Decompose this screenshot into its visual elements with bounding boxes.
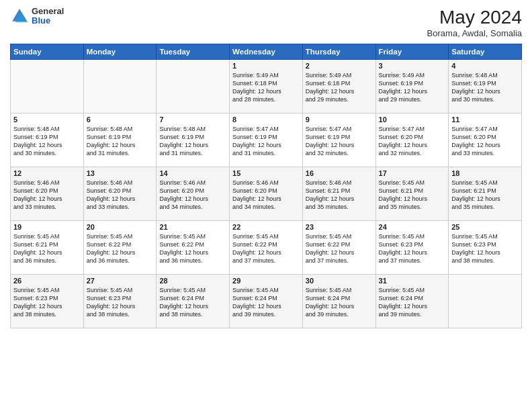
day-number: 2 xyxy=(306,62,373,70)
day-number: 30 xyxy=(306,277,373,285)
calendar-cell: 16Sunrise: 5:46 AM Sunset: 6:21 PM Dayli… xyxy=(302,167,375,221)
day-info: Sunrise: 5:49 AM Sunset: 6:18 PM Dayligh… xyxy=(232,71,300,104)
calendar-table: SundayMondayTuesdayWednesdayThursdayFrid… xyxy=(10,44,522,328)
calendar-cell: 9Sunrise: 5:47 AM Sunset: 6:19 PM Daylig… xyxy=(302,113,375,167)
day-number: 26 xyxy=(13,277,81,285)
calendar-cell: 22Sunrise: 5:45 AM Sunset: 6:22 PM Dayli… xyxy=(230,221,303,275)
day-info: Sunrise: 5:46 AM Sunset: 6:20 PM Dayligh… xyxy=(232,179,300,212)
day-info: Sunrise: 5:45 AM Sunset: 6:23 PM Dayligh… xyxy=(451,232,519,265)
day-number: 31 xyxy=(379,277,446,285)
calendar-cell: 5Sunrise: 5:48 AM Sunset: 6:19 PM Daylig… xyxy=(11,113,84,167)
calendar-cell: 28Sunrise: 5:45 AM Sunset: 6:24 PM Dayli… xyxy=(157,275,230,328)
header-saturday: Saturday xyxy=(449,44,522,60)
page-header: General Blue May 2024 Borama, Awdal, Som… xyxy=(10,7,522,38)
day-info: Sunrise: 5:46 AM Sunset: 6:20 PM Dayligh… xyxy=(87,179,154,212)
day-info: Sunrise: 5:48 AM Sunset: 6:19 PM Dayligh… xyxy=(13,125,81,158)
day-number: 14 xyxy=(159,169,226,177)
day-info: Sunrise: 5:46 AM Sunset: 6:20 PM Dayligh… xyxy=(159,179,226,212)
day-info: Sunrise: 5:45 AM Sunset: 6:24 PM Dayligh… xyxy=(306,286,373,319)
calendar-cell: 19Sunrise: 5:45 AM Sunset: 6:21 PM Dayli… xyxy=(11,221,84,275)
day-number: 3 xyxy=(379,62,446,70)
calendar-week-row: 12Sunrise: 5:46 AM Sunset: 6:20 PM Dayli… xyxy=(11,167,522,221)
day-number: 11 xyxy=(451,116,519,124)
calendar-cell: 26Sunrise: 5:45 AM Sunset: 6:23 PM Dayli… xyxy=(11,275,84,328)
header-thursday: Thursday xyxy=(302,44,375,60)
calendar-cell: 8Sunrise: 5:47 AM Sunset: 6:19 PM Daylig… xyxy=(230,113,303,167)
day-number: 29 xyxy=(232,277,300,285)
calendar-week-row: 19Sunrise: 5:45 AM Sunset: 6:21 PM Dayli… xyxy=(11,221,522,275)
day-info: Sunrise: 5:45 AM Sunset: 6:22 PM Dayligh… xyxy=(87,232,154,265)
day-number: 12 xyxy=(13,169,81,177)
title-block: May 2024 Borama, Awdal, Somalia xyxy=(427,7,522,38)
day-info: Sunrise: 5:45 AM Sunset: 6:24 PM Dayligh… xyxy=(232,286,300,319)
day-number: 5 xyxy=(13,116,81,124)
calendar-cell: 6Sunrise: 5:48 AM Sunset: 6:19 PM Daylig… xyxy=(83,113,157,167)
calendar-cell: 18Sunrise: 5:45 AM Sunset: 6:21 PM Dayli… xyxy=(449,167,522,221)
day-number: 16 xyxy=(306,169,373,177)
calendar-cell: 13Sunrise: 5:46 AM Sunset: 6:20 PM Dayli… xyxy=(83,167,157,221)
day-info: Sunrise: 5:47 AM Sunset: 6:20 PM Dayligh… xyxy=(379,125,446,158)
logo-icon xyxy=(10,7,29,26)
day-info: Sunrise: 5:45 AM Sunset: 6:24 PM Dayligh… xyxy=(159,286,226,319)
day-number: 4 xyxy=(451,62,519,70)
calendar-cell: 30Sunrise: 5:45 AM Sunset: 6:24 PM Dayli… xyxy=(302,275,375,328)
calendar-cell: 23Sunrise: 5:45 AM Sunset: 6:22 PM Dayli… xyxy=(302,221,375,275)
day-number: 28 xyxy=(159,277,226,285)
calendar-header-row: SundayMondayTuesdayWednesdayThursdayFrid… xyxy=(11,44,522,60)
header-sunday: Sunday xyxy=(11,44,84,60)
day-number: 10 xyxy=(379,116,446,124)
day-number: 6 xyxy=(87,116,154,124)
day-info: Sunrise: 5:45 AM Sunset: 6:23 PM Dayligh… xyxy=(379,232,446,265)
calendar-cell xyxy=(157,60,230,113)
day-number: 20 xyxy=(87,223,154,231)
day-info: Sunrise: 5:49 AM Sunset: 6:18 PM Dayligh… xyxy=(306,71,373,104)
calendar-cell: 11Sunrise: 5:47 AM Sunset: 6:20 PM Dayli… xyxy=(449,113,522,167)
day-info: Sunrise: 5:47 AM Sunset: 6:19 PM Dayligh… xyxy=(306,125,373,158)
day-info: Sunrise: 5:45 AM Sunset: 6:24 PM Dayligh… xyxy=(379,286,446,319)
header-friday: Friday xyxy=(375,44,449,60)
calendar-cell xyxy=(83,60,157,113)
day-number: 24 xyxy=(379,223,446,231)
day-info: Sunrise: 5:49 AM Sunset: 6:19 PM Dayligh… xyxy=(379,71,446,104)
calendar-cell: 31Sunrise: 5:45 AM Sunset: 6:24 PM Dayli… xyxy=(375,275,449,328)
day-info: Sunrise: 5:48 AM Sunset: 6:19 PM Dayligh… xyxy=(451,71,519,104)
calendar-cell: 29Sunrise: 5:45 AM Sunset: 6:24 PM Dayli… xyxy=(230,275,303,328)
day-number: 15 xyxy=(232,169,300,177)
calendar-cell: 14Sunrise: 5:46 AM Sunset: 6:20 PM Dayli… xyxy=(157,167,230,221)
calendar-cell: 4Sunrise: 5:48 AM Sunset: 6:19 PM Daylig… xyxy=(449,60,522,113)
day-info: Sunrise: 5:46 AM Sunset: 6:20 PM Dayligh… xyxy=(13,179,81,212)
calendar-week-row: 1Sunrise: 5:49 AM Sunset: 6:18 PM Daylig… xyxy=(11,60,522,113)
calendar-cell: 12Sunrise: 5:46 AM Sunset: 6:20 PM Dayli… xyxy=(11,167,84,221)
day-number: 19 xyxy=(13,223,81,231)
day-info: Sunrise: 5:47 AM Sunset: 6:20 PM Dayligh… xyxy=(451,125,519,158)
calendar-cell: 1Sunrise: 5:49 AM Sunset: 6:18 PM Daylig… xyxy=(230,60,303,113)
calendar-cell: 7Sunrise: 5:48 AM Sunset: 6:19 PM Daylig… xyxy=(157,113,230,167)
day-info: Sunrise: 5:46 AM Sunset: 6:21 PM Dayligh… xyxy=(306,179,373,212)
calendar-cell: 27Sunrise: 5:45 AM Sunset: 6:23 PM Dayli… xyxy=(83,275,157,328)
calendar-week-row: 5Sunrise: 5:48 AM Sunset: 6:19 PM Daylig… xyxy=(11,113,522,167)
day-info: Sunrise: 5:45 AM Sunset: 6:22 PM Dayligh… xyxy=(159,232,226,265)
day-number: 18 xyxy=(451,169,519,177)
location: Borama, Awdal, Somalia xyxy=(427,28,522,38)
calendar-cell: 25Sunrise: 5:45 AM Sunset: 6:23 PM Dayli… xyxy=(449,221,522,275)
day-info: Sunrise: 5:45 AM Sunset: 6:21 PM Dayligh… xyxy=(451,179,519,212)
day-info: Sunrise: 5:48 AM Sunset: 6:19 PM Dayligh… xyxy=(159,125,226,158)
day-number: 8 xyxy=(232,116,300,124)
day-info: Sunrise: 5:48 AM Sunset: 6:19 PM Dayligh… xyxy=(87,125,154,158)
day-number: 23 xyxy=(306,223,373,231)
calendar-cell: 10Sunrise: 5:47 AM Sunset: 6:20 PM Dayli… xyxy=(375,113,449,167)
day-number: 25 xyxy=(451,223,519,231)
calendar-cell: 3Sunrise: 5:49 AM Sunset: 6:19 PM Daylig… xyxy=(375,60,449,113)
calendar-cell: 17Sunrise: 5:45 AM Sunset: 6:21 PM Dayli… xyxy=(375,167,449,221)
day-number: 27 xyxy=(87,277,154,285)
calendar-cell xyxy=(11,60,84,113)
day-info: Sunrise: 5:45 AM Sunset: 6:22 PM Dayligh… xyxy=(306,232,373,265)
day-info: Sunrise: 5:45 AM Sunset: 6:22 PM Dayligh… xyxy=(232,232,300,265)
calendar-cell: 24Sunrise: 5:45 AM Sunset: 6:23 PM Dayli… xyxy=(375,221,449,275)
logo: General Blue xyxy=(10,7,64,26)
day-info: Sunrise: 5:47 AM Sunset: 6:19 PM Dayligh… xyxy=(232,125,300,158)
day-info: Sunrise: 5:45 AM Sunset: 6:21 PM Dayligh… xyxy=(13,232,81,265)
day-number: 13 xyxy=(87,169,154,177)
day-info: Sunrise: 5:45 AM Sunset: 6:21 PM Dayligh… xyxy=(379,179,446,212)
day-number: 21 xyxy=(159,223,226,231)
